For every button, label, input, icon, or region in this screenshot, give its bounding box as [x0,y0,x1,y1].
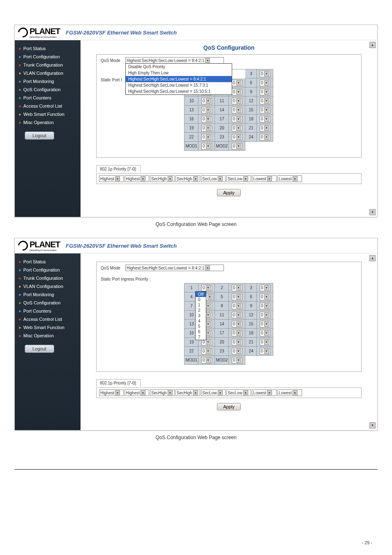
priority-select[interactable]: 0▼ [260,339,270,345]
priority-select[interactable]: 0▼ [260,348,270,355]
value-cell[interactable]: 0▼ [257,320,273,329]
qos-mode-option[interactable]: Highest:SecHigh:SecLow:Lowest = 15:10:5:… [126,88,232,94]
priority-select[interactable]: 0▼ [232,107,242,113]
priority-select[interactable]: Highest▼ [125,389,149,396]
value-cell[interactable]: 0▼ [257,69,273,78]
priority-select[interactable]: 0▼ [232,348,242,355]
value-cell[interactable]: 0▼ [257,292,273,302]
value-cell[interactable]: 0▼ [257,338,273,347]
scroll-down-icon[interactable]: ▼ [369,422,376,428]
value-cell[interactable]: 0▼ [198,124,215,133]
value-cell[interactable]: 0▼ [257,283,273,292]
sidebar-item[interactable]: Misc Operation [18,332,77,340]
value-cell[interactable]: 0▼ [229,106,245,115]
sidebar-item[interactable]: Access Control List [18,102,77,110]
priority-select[interactable]: 0▼ [232,357,242,364]
priority-select[interactable]: 0▼ [201,107,212,113]
scroll-up-icon[interactable]: ▲ [369,255,376,261]
value-cell[interactable]: 0▼ [229,97,245,106]
qos-mode-option[interactable]: Highest:SecHigh:SecLow:Lowest = 15:7:3:1 [126,82,232,88]
value-cell[interactable]: 0▼ [229,311,245,320]
sidebar-item[interactable]: Port Counters [18,94,77,102]
scroll-up-icon[interactable]: ▲ [369,42,376,48]
priority-select[interactable]: 0▼ [232,339,242,345]
value-cell[interactable]: 0▼ [257,97,273,106]
ingress-option[interactable]: Off [196,292,206,297]
priority-select[interactable]: SecLow▼ [201,175,226,182]
priority-select[interactable]: 0▼ [260,294,270,300]
priority-select[interactable]: 0▼ [260,116,270,122]
priority-select[interactable]: SecLow▼ [201,389,226,396]
priority-select[interactable]: 0▼ [260,330,270,336]
ingress-option[interactable]: 0 [196,297,206,302]
value-cell[interactable]: 0▼ [257,115,273,124]
ingress-option[interactable]: 2 [196,308,206,313]
value-cell[interactable]: 0▼ [198,115,215,124]
logout-button[interactable]: Logout [25,131,54,140]
value-cell[interactable]: 0▼ [257,106,273,115]
priority-select[interactable]: Highest▼ [99,175,124,182]
value-cell[interactable]: 0▼ [257,133,273,142]
priority-select[interactable]: 0▼ [260,107,270,113]
value-cell[interactable]: 0▼ [198,97,215,106]
priority-select[interactable]: 0▼ [232,285,242,291]
priority-select[interactable]: SecHigh▼ [175,175,200,182]
sidebar-item[interactable]: Trunk Configuration [18,274,77,282]
value-cell[interactable]: 0▼ [229,115,245,124]
priority-select[interactable]: 0▼ [201,125,212,131]
sidebar-item[interactable]: Port Monitoring [18,77,77,85]
ingress-option[interactable]: 7 [196,334,206,340]
priority-select[interactable]: 0▼ [232,98,242,104]
priority-select[interactable]: SecLow▼ [226,389,251,396]
sidebar-item[interactable]: Port Configuration [18,53,77,61]
value-cell[interactable]: 0▼ [229,142,245,151]
priority-select[interactable]: 0▼ [260,89,270,95]
ingress-option[interactable]: 1 [196,302,206,308]
priority-select[interactable]: 0▼ [260,285,270,291]
value-cell[interactable]: 0▼ [229,292,245,302]
value-cell[interactable]: 0▼ [198,106,215,115]
qos-mode-option[interactable]: Disable QoS Priority [126,64,232,70]
value-cell[interactable]: 0▼ [229,320,245,329]
value-cell[interactable]: 0▼ [257,347,273,356]
priority-select[interactable]: 0▼ [260,71,270,77]
priority-select[interactable]: Lowest▼ [277,389,302,396]
value-cell[interactable]: 0▼ [257,311,273,320]
priority-select[interactable]: 0▼ [260,98,270,104]
priority-select[interactable]: SecLow▼ [226,175,251,182]
sidebar-item[interactable]: Port Status [18,258,77,266]
value-cell[interactable]: 0▼ [198,347,215,356]
logout-button[interactable]: Logout [25,345,54,353]
qos-mode-option[interactable]: High Empty Then Low [126,70,232,76]
value-cell[interactable]: 0▼ [257,88,273,97]
priority-select[interactable]: 0▼ [201,143,212,150]
sidebar-item[interactable]: VLAN Configuration [18,69,77,77]
sidebar-item[interactable]: Port Configuration [18,266,77,274]
sidebar-item[interactable]: Web Smart Function [18,110,77,118]
sidebar-item[interactable]: Port Counters [18,307,77,315]
priority-select[interactable]: SecHigh▼ [150,175,175,182]
priority-select[interactable]: Highest▼ [125,175,149,182]
qos-mode-select[interactable]: Highest:SecHigh:SecLow:Lowest = 8:4:2:1▼ [125,265,224,271]
priority-select[interactable]: 0▼ [232,330,242,336]
priority-select[interactable]: 0▼ [260,321,270,327]
value-cell[interactable]: 0▼ [198,142,215,151]
priority-select[interactable]: 0▼ [201,116,212,122]
value-cell[interactable]: 0▼ [229,329,245,338]
sidebar-item[interactable]: QoS Configuration [18,85,77,94]
priority-select[interactable]: 0▼ [232,321,242,327]
apply-button[interactable]: Apply [217,403,241,410]
priority-select[interactable]: Highest▼ [99,389,124,396]
value-cell[interactable]: 0▼ [229,356,245,365]
qos-mode-option[interactable]: Highest:SecHigh:SecLow:Lowest = 8:4:2:1 [126,76,232,82]
priority-select[interactable]: 0▼ [232,125,242,131]
value-cell[interactable]: 0▼ [257,124,273,133]
priority-select[interactable]: 0▼ [232,294,242,300]
value-cell[interactable]: 0▼ [229,283,245,292]
priority-select[interactable]: Lowest▼ [277,175,302,182]
priority-select[interactable]: 0▼ [201,357,212,364]
sidebar-item[interactable]: VLAN Configuration [18,282,77,290]
sidebar-item[interactable]: Access Control List [18,315,77,323]
priority-select[interactable]: 0▼ [201,98,212,104]
value-cell[interactable]: 0▼ [198,356,215,365]
